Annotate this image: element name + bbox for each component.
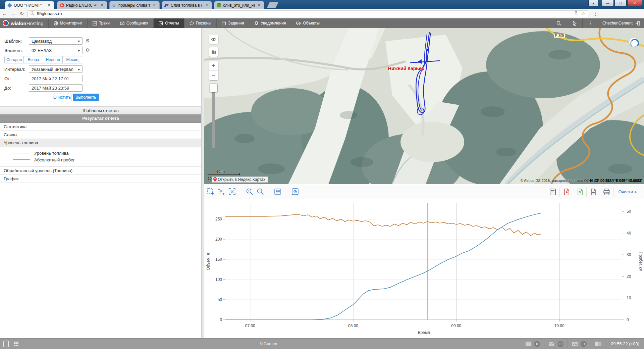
browser-tab-2[interactable]: Радио ENERGY (Мос ✕ — [57, 1, 107, 9]
profile-button[interactable]: ▲ — [588, 0, 598, 6]
more-menu-button[interactable]: ⋮ — [582, 18, 598, 28]
chart-clear-link[interactable]: Очистить — [613, 187, 641, 197]
zoom-slider-handle[interactable] — [210, 84, 218, 92]
chart-legend-icon[interactable] — [274, 188, 281, 195]
panel-toggle-icon[interactable] — [3, 341, 9, 347]
nav-messages[interactable]: Сообщения — [115, 18, 153, 28]
templates-header[interactable]: Шаблоны отчетов — [0, 106, 201, 114]
print-button[interactable] — [600, 187, 613, 197]
nav-jobs[interactable]: Задания — [216, 18, 249, 28]
execute-button[interactable]: Выполнить — [73, 94, 99, 101]
url-field[interactable]: ⓘ 95glonass.ru ☆ — [28, 10, 588, 17]
photo-icon — [572, 342, 578, 346]
range-yesterday-button[interactable]: Вчера — [24, 56, 43, 63]
media-counter[interactable]: 0 — [568, 339, 591, 349]
forward-icon[interactable]: → — [9, 11, 17, 16]
bookmark-star-icon[interactable]: ☆ — [581, 11, 585, 16]
report-section-processed-level[interactable]: Обработанный уровень (Топливо) — [0, 167, 201, 175]
template-select[interactable]: Цемзавод — [29, 37, 83, 45]
messages-counter[interactable]: 0 — [544, 339, 568, 349]
result-header[interactable]: Результат отчета — [0, 114, 201, 123]
fit-view-icon[interactable] — [228, 188, 236, 195]
browser-tab-1[interactable]: ООО "НИСМТ" ✕ — [5, 1, 54, 9]
map-provider-logo[interactable] — [629, 38, 638, 47]
zoom-select-icon[interactable] — [207, 188, 214, 195]
key-icon[interactable] — [574, 11, 578, 16]
zoom-in-chart-icon[interactable] — [246, 188, 253, 195]
tab-close-icon[interactable]: ✕ — [257, 3, 261, 7]
log-count-badge: 0 — [534, 341, 540, 347]
svg-text:100: 100 — [215, 277, 222, 282]
browser-menu-icon[interactable]: ⋮ — [593, 11, 598, 17]
legend-item-mileage[interactable]: Абсолютный пробег — [0, 156, 201, 163]
back-icon[interactable]: ← — [0, 11, 9, 16]
panel-splitter[interactable] — [201, 28, 204, 338]
zoom-in-button[interactable]: + — [209, 61, 218, 71]
nav-notifications[interactable]: Уведомления — [249, 18, 291, 28]
report-section-statistics[interactable]: Статистика — [0, 123, 201, 131]
log-counter[interactable]: 0 — [521, 339, 544, 349]
minimize-button[interactable]: — — [602, 0, 614, 6]
close-window-button[interactable]: ✕ — [627, 0, 642, 6]
range-today-button[interactable]: Сегодня — [4, 56, 24, 63]
browser-tab-4[interactable]: Слив топлива в отчета ✕ — [162, 1, 212, 9]
zoom-out-chart-icon[interactable] — [257, 188, 264, 195]
interval-select[interactable]: Указанный интервал — [29, 65, 83, 73]
apps-grid-icon[interactable] — [13, 341, 19, 347]
new-tab-button[interactable] — [267, 2, 279, 8]
from-input[interactable]: 2017 Май 22 17:01 — [29, 75, 83, 82]
template-settings-icon[interactable]: ⚙ — [86, 38, 90, 43]
unit-settings-icon[interactable]: ⚙ — [86, 47, 90, 53]
export-excel-button[interactable] — [573, 187, 586, 197]
zoom-x-axis-icon[interactable] — [218, 188, 225, 195]
wialon-logo: wialonHosting — [0, 18, 48, 28]
report-section-thefts[interactable]: Сливы — [0, 131, 201, 139]
range-month-button[interactable]: Месяц — [63, 56, 82, 63]
nav-monitoring[interactable]: Мониторинг — [48, 18, 88, 28]
map-layers-button[interactable] — [209, 47, 218, 57]
browser-tab-3[interactable]: G примеры слива топлив ✕ — [109, 1, 160, 9]
to-input[interactable]: 2017 Май 23 23:59 — [29, 84, 83, 92]
report-section-fuel-level[interactable]: Уровень топлива — [0, 139, 201, 147]
tab-close-icon[interactable]: ✕ — [204, 3, 209, 7]
tab-close-icon[interactable]: ✕ — [152, 3, 157, 7]
report-view-button[interactable] — [546, 187, 559, 197]
export-pdf-button[interactable] — [559, 187, 573, 197]
range-week-button[interactable]: Неделя — [43, 56, 63, 63]
nav-geofences[interactable]: Геозоны — [184, 18, 216, 28]
nav-tracks[interactable]: Треки — [87, 18, 115, 28]
search-icon — [556, 21, 561, 26]
map-canvas[interactable]: Нижний Карьер Р-305 + − 50 m 100 ft — [204, 28, 644, 184]
refresh-icon[interactable]: ↻ — [17, 11, 26, 17]
search-button[interactable] — [551, 18, 567, 28]
export-file-button[interactable] — [586, 187, 600, 197]
pointer-tool-button[interactable] — [567, 18, 582, 28]
fuel-chart[interactable]: 0501001502002500102030405007:0008:0009:0… — [204, 199, 644, 338]
nav-reports[interactable]: Отчеты — [153, 18, 184, 28]
nav-units[interactable]: Объекты — [291, 18, 325, 28]
layout-icon — [595, 341, 602, 346]
visibility-button[interactable] — [209, 35, 218, 44]
layout-toggle[interactable] — [591, 339, 606, 349]
zoom-controls: + − — [209, 61, 218, 80]
page-info-icon[interactable]: ⓘ — [31, 11, 35, 16]
user-menu[interactable]: ChechenCement — [598, 21, 644, 26]
report-section-chart[interactable]: График — [0, 175, 201, 183]
zoom-slider-track[interactable] — [212, 84, 215, 148]
legend-item-fuel[interactable]: Уровень топлива — [0, 150, 201, 156]
from-label: От: — [4, 76, 11, 81]
restore-button[interactable]: ❐ — [614, 0, 627, 6]
tab4-favicon — [165, 3, 169, 7]
pdf-icon — [563, 188, 570, 196]
tab-close-icon[interactable]: ✕ — [47, 3, 51, 7]
scale-bar — [208, 173, 240, 175]
mileage-line-swatch — [13, 159, 30, 160]
zoom-out-button[interactable]: − — [209, 71, 218, 80]
trace-point-icon[interactable] — [291, 188, 299, 195]
unit-select[interactable]: 02 БЕЛАЗ — [29, 47, 83, 54]
clear-button[interactable]: Очистить — [53, 94, 71, 101]
open-in-yandex-link[interactable]: Открыть в Яндекс.Картах — [212, 177, 268, 183]
tab-close-icon[interactable]: ✕ — [100, 3, 104, 7]
user-name: ChechenCement — [602, 21, 633, 26]
browser-tab-5[interactable]: слив_это_или_нет [Gurta ✕ — [214, 1, 264, 9]
